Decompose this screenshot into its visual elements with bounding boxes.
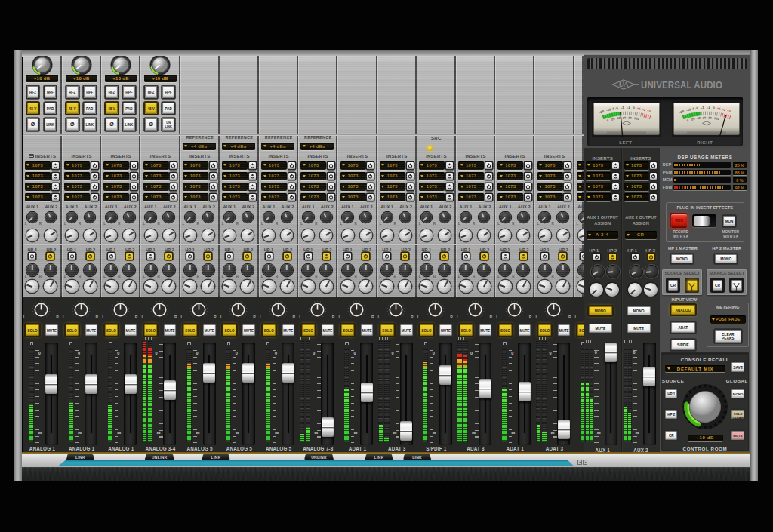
svg-text:UNIVERSAL AUDIO: UNIVERSAL AUDIO <box>641 79 722 91</box>
svg-text:UA: UA <box>618 81 628 88</box>
